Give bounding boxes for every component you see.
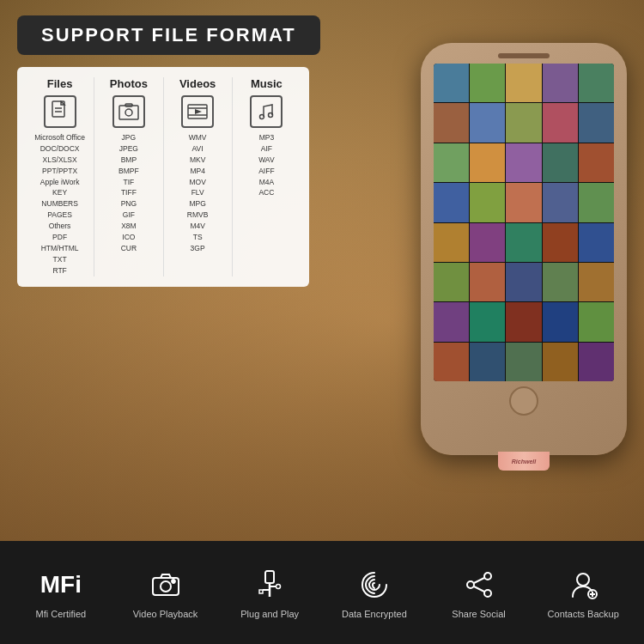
photo-cell <box>579 343 614 381</box>
svg-line-24 <box>474 578 484 583</box>
mfi-icon: MFi <box>40 573 82 597</box>
feature-social: Share Social <box>427 566 532 619</box>
photo-cell <box>579 64 614 102</box>
photo-cell <box>470 103 505 142</box>
photo-cell <box>543 263 578 301</box>
photo-cell <box>434 103 469 142</box>
music-header: Music <box>251 77 283 90</box>
svg-rect-15 <box>265 571 274 583</box>
mfi-label: Mfi Certified <box>35 609 86 619</box>
photo-cell <box>579 103 614 142</box>
svg-rect-18 <box>259 590 263 593</box>
photo-cell <box>543 143 578 182</box>
photo-cell <box>434 223 469 262</box>
photo-cell <box>579 183 614 222</box>
photo-cell <box>434 64 469 102</box>
photos-header: Photos <box>110 77 148 90</box>
usb-icon <box>254 569 285 600</box>
fingerprint-icon-wrap <box>355 566 393 604</box>
videos-column: Videos WMV AVI MKV MP4 <box>164 77 233 276</box>
photo-cell <box>506 263 541 301</box>
share-icon <box>464 569 495 600</box>
share-icon-wrap <box>460 566 498 604</box>
music-column: Music MP3 AIF WAV AIFF M4A <box>233 77 301 276</box>
photo-cell <box>543 64 578 102</box>
videos-icon <box>181 95 214 128</box>
svg-point-26 <box>577 574 589 586</box>
photo-cell <box>579 143 614 182</box>
mfi-icon-wrap: MFi <box>42 566 80 604</box>
bottom-bar: MFi Mfi Certified Video Playback <box>0 541 644 644</box>
feature-plug: Plug and Play <box>217 566 322 619</box>
photo-cell <box>470 263 505 301</box>
photo-cell <box>506 143 541 182</box>
svg-point-20 <box>276 585 281 589</box>
phone-screen <box>434 64 614 381</box>
phone-area: Richwell <box>335 26 644 524</box>
format-table: Files Microsoft Office DOC/DOCX XLS/XLSX <box>17 67 309 287</box>
phone-mockup: Richwell <box>421 43 627 455</box>
contacts-label: Contacts Backup <box>548 609 619 619</box>
photo-cell <box>543 183 578 222</box>
files-column: Files Microsoft Office DOC/DOCX XLS/XLSX <box>26 77 94 276</box>
photos-list: JPG JPEG BMP BMPF TIF TIFF PNG GIF X8M I… <box>118 133 139 254</box>
svg-point-22 <box>467 581 474 588</box>
svg-point-21 <box>484 573 491 580</box>
photo-cell <box>543 343 578 381</box>
plug-label: Plug and Play <box>240 609 299 619</box>
photo-cell <box>434 263 469 301</box>
feature-encrypt: Data Encrypted <box>322 566 427 619</box>
photo-cell <box>470 302 505 341</box>
camera-icon-wrap <box>147 566 185 604</box>
usb-drive: Richwell <box>498 452 550 471</box>
photo-cell <box>434 302 469 341</box>
music-icon <box>250 95 283 128</box>
photo-cell <box>470 223 505 262</box>
videos-list: WMV AVI MKV MP4 MOV FLV MPG RMVB M4V TS … <box>187 133 209 254</box>
usb-icon-wrap <box>251 566 289 604</box>
photo-cell <box>470 143 505 182</box>
svg-marker-7 <box>195 109 202 114</box>
support-title: SUPPORT FILE FORMAT <box>41 24 296 46</box>
svg-rect-3 <box>119 106 138 119</box>
photo-cell <box>506 64 541 102</box>
svg-point-10 <box>260 115 264 119</box>
files-header: Files <box>47 77 73 90</box>
photos-icon <box>112 95 145 128</box>
photo-cell <box>434 343 469 381</box>
contacts-icon-wrap <box>564 566 602 604</box>
photo-cell <box>434 143 469 182</box>
svg-point-23 <box>484 590 491 597</box>
photo-cell <box>470 343 505 381</box>
social-label: Share Social <box>452 609 505 619</box>
phone-speaker <box>498 53 550 58</box>
photo-cell <box>506 103 541 142</box>
feature-contacts: Contacts Backup <box>531 566 635 619</box>
video-label: Video Playback <box>133 609 198 619</box>
photo-cell <box>543 302 578 341</box>
main-container: SUPPORT FILE FORMAT Files <box>0 0 644 644</box>
photos-column: Photos JPG JPEG BMP BMPF TIF <box>94 77 163 276</box>
svg-point-14 <box>172 580 175 583</box>
usb-brand: Richwell <box>512 459 536 465</box>
svg-point-13 <box>161 581 171 592</box>
feature-mfi: MFi Mfi Certified <box>9 566 113 619</box>
camera-icon <box>150 569 181 600</box>
svg-point-11 <box>269 113 273 118</box>
files-list: Microsoft Office DOC/DOCX XLS/XLSX PPT/P… <box>34 133 85 276</box>
photo-cell <box>434 183 469 222</box>
svg-line-25 <box>474 586 484 592</box>
photo-cell <box>579 263 614 301</box>
photo-cell <box>543 103 578 142</box>
music-list: MP3 AIF WAV AIFF M4A ACC <box>258 133 274 198</box>
photo-cell <box>470 64 505 102</box>
photo-cell <box>470 183 505 222</box>
phone-home-button[interactable] <box>509 386 538 416</box>
encrypt-label: Data Encrypted <box>342 609 407 619</box>
photo-cell <box>506 183 541 222</box>
videos-header: Videos <box>179 77 216 90</box>
support-title-banner: SUPPORT FILE FORMAT <box>17 15 320 55</box>
photo-cell <box>506 343 541 381</box>
files-icon <box>44 95 76 128</box>
contacts-icon <box>568 569 598 600</box>
